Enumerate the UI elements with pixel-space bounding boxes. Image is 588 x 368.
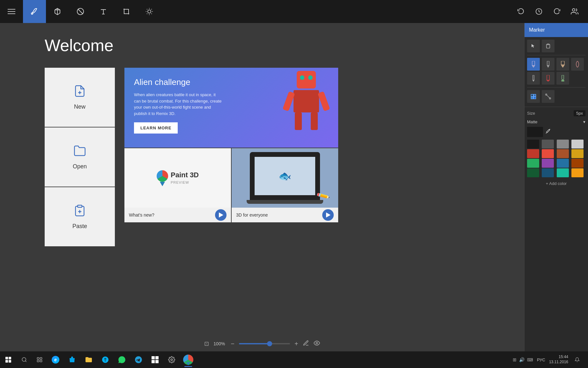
color-yellow[interactable] [571,168,584,177]
color-grid [525,138,588,179]
svg-point-38 [316,342,317,344]
color-darkred[interactable] [527,149,539,158]
tool-eraser[interactable] [69,0,92,23]
highlighter-tool[interactable] [556,58,569,71]
taskbar-search-button[interactable] [17,351,32,368]
task-view-button[interactable] [32,351,47,368]
calligraphy-tool[interactable] [542,58,555,71]
line-tool[interactable] [542,90,555,103]
color-orange[interactable] [571,159,584,168]
taskbar-app-paint3d[interactable] [180,351,197,368]
paste-button[interactable]: Paste [45,187,115,246]
zoom-frame-icon[interactable]: ⊡ [204,340,209,347]
toolbar-tools [23,0,513,23]
windows-logo-icon [5,357,11,363]
volume-icon[interactable]: 🔊 [519,357,525,362]
add-color-button[interactable]: + Add color [525,179,588,188]
zoom-slider-thumb[interactable] [267,341,272,346]
notification-button[interactable] [571,351,584,368]
clipboard-tool[interactable] [542,40,555,52]
matte-dropdown[interactable]: ▾ [583,119,585,124]
size-value: 5px [574,110,585,116]
ink-tool[interactable] [571,58,584,71]
marker-tool[interactable] [527,58,540,71]
hero-card-title: Alien challenge [134,77,223,87]
3d-everyone-play-button[interactable] [322,209,334,221]
robot-body [281,71,332,128]
3d-everyone-label: 3D for everyone [236,212,268,218]
color-red[interactable] [542,149,554,158]
tool-effects[interactable] [138,0,161,23]
open-button[interactable]: Open [45,127,115,187]
color-darkblue[interactable] [542,168,554,177]
zoom-in-button[interactable]: + [294,340,298,348]
redo-button[interactable] [548,0,565,23]
color-purple[interactable] [542,159,554,168]
new-button[interactable]: New [45,68,115,127]
welcome-title: Welcome [45,36,524,55]
language-indicator[interactable]: РУС [537,357,545,362]
color-black[interactable] [527,140,539,149]
svg-line-40 [25,361,26,362]
taskbar-app-telegram[interactable] [130,351,147,368]
svg-marker-20 [532,65,535,67]
color-gray[interactable] [557,140,569,149]
profile-button[interactable] [566,0,583,23]
whats-new-card[interactable]: Paint 3D PREVIEW What's new? [124,148,231,222]
open-icon [73,144,86,160]
zoom-slider[interactable] [239,343,290,344]
color-palette-tool[interactable] [527,90,540,103]
learn-more-button[interactable]: LEARN MORE [134,122,178,134]
taskbar-app-files[interactable] [80,351,97,368]
zoom-bar: ⊡ 100% − + [0,336,524,351]
eyedropper-tool[interactable] [545,128,551,135]
color-green[interactable] [527,159,539,168]
size-row: Size 5px [525,108,588,118]
color-teal[interactable] [557,168,569,177]
zoom-pen-icon[interactable] [303,340,309,348]
svg-rect-47 [152,360,155,363]
paste-icon [73,204,86,220]
start-button[interactable] [0,351,17,368]
network-icon[interactable]: ⊞ [513,357,517,362]
matte-label: Matte [527,119,538,124]
paint3d-taskbar-icon [183,355,193,365]
color-brown[interactable] [557,149,569,158]
zoom-out-button[interactable]: − [231,340,234,348]
taskbar-app-windows-apps[interactable] [147,351,163,368]
tool-text[interactable] [92,0,115,23]
taskbar-app-edge[interactable]: e [47,351,64,368]
pencil-tool[interactable] [527,72,540,85]
whats-new-play-button[interactable] [215,209,227,221]
thick-pen-tool[interactable] [542,72,555,85]
tool-crop[interactable] [115,0,138,23]
add-color-label: + Add color [546,181,567,186]
color-darkgreen[interactable] [527,168,539,177]
undo-button[interactable] [513,0,529,23]
taskbar-clock[interactable]: 15:44 13.11.2016 [549,355,568,364]
3d-everyone-card[interactable]: 🐟 ✏️ 3D for everyone [232,148,338,222]
taskbar-app-whatsapp[interactable] [114,351,130,368]
zoom-eye-icon[interactable] [314,340,320,348]
pen-row-2 [527,72,585,85]
history-button[interactable] [531,0,547,23]
input-icon[interactable]: ⌨ [527,357,533,362]
taskbar-system-icons: ⊞ 🔊 ⌨ [513,357,533,362]
svg-line-6 [151,13,152,14]
main-area: Welcome New [0,23,588,351]
robot-torso [294,90,319,112]
hamburger-menu[interactable] [0,0,23,23]
tool-3d[interactable] [46,0,69,23]
color-lightgray[interactable] [571,140,584,149]
taskbar-app-settings[interactable] [163,351,180,368]
cursor-tool[interactable] [527,40,540,52]
color-darkgray[interactable] [542,140,554,149]
tool-brush[interactable] [23,0,46,23]
taskbar-app-store[interactable] [64,351,80,368]
svg-rect-46 [155,356,159,359]
color-gold[interactable] [571,149,584,158]
brush-tool[interactable] [556,72,569,85]
taskbar-app-skype[interactable] [97,351,114,368]
color-blue[interactable] [557,159,569,168]
hero-card[interactable]: Alien challenge When alien creatures bat… [124,68,338,148]
